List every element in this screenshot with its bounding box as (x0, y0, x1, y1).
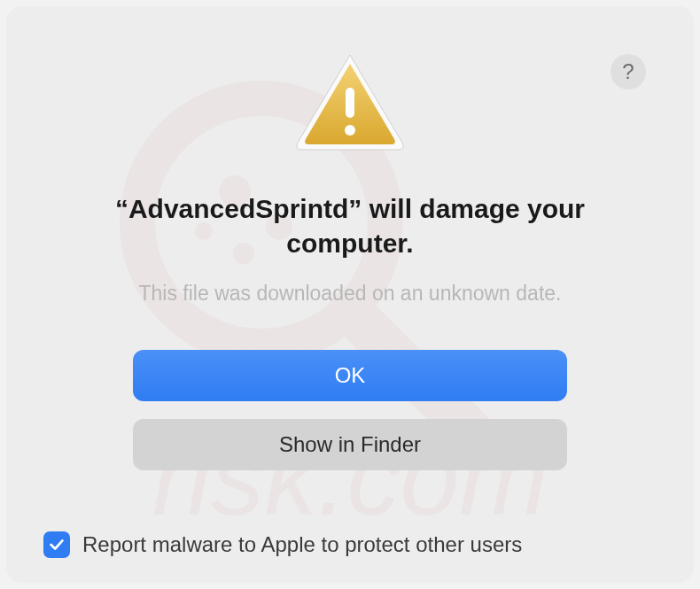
svg-rect-7 (346, 88, 354, 118)
show-in-finder-button[interactable]: Show in Finder (133, 419, 567, 470)
report-checkbox-row: Report malware to Apple to protect other… (43, 531, 522, 558)
checkmark-icon (47, 535, 66, 554)
dialog-title: “AdvancedSprintd” will damage your compu… (84, 191, 616, 260)
svg-point-8 (345, 125, 355, 136)
warning-icon (292, 50, 408, 152)
ok-button-label: OK (335, 363, 366, 388)
dialog-subtitle: This file was downloaded on an unknown d… (139, 282, 562, 306)
help-button[interactable]: ? (611, 54, 646, 89)
show-in-finder-label: Show in Finder (279, 432, 421, 457)
report-checkbox-label: Report malware to Apple to protect other… (82, 532, 522, 557)
gatekeeper-dialog: risk.com ? “AdvancedSprin (6, 6, 694, 583)
ok-button[interactable]: OK (133, 350, 567, 401)
report-checkbox[interactable] (43, 531, 70, 558)
help-icon: ? (622, 59, 634, 84)
warning-icon-container (292, 50, 408, 156)
dialog-content: ? “AdvancedSprintd” will damage your com… (33, 33, 667, 488)
